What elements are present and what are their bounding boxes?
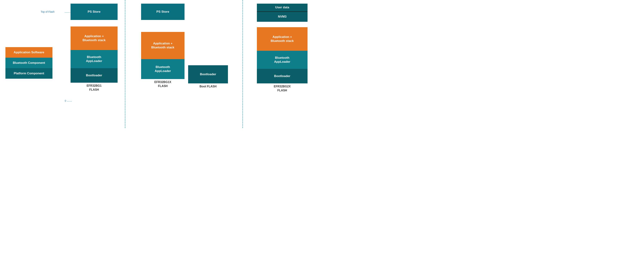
col1-bootloader: Bootloader xyxy=(70,68,118,83)
col2-bootloader: Bootloader xyxy=(188,65,228,83)
zero-label: 0 xyxy=(65,99,66,102)
col2-flash: PS Store Application + Bluetooth stack B… xyxy=(141,4,184,88)
diagram-container: Application Software Bluetooth Component… xyxy=(0,0,322,128)
col3-user-data: User data xyxy=(257,4,308,12)
top-of-flash-label: Top of Flash xyxy=(41,10,54,13)
legend-plat-component: Platform Component xyxy=(6,68,52,79)
col2-ps-store: PS Store xyxy=(141,4,184,20)
col3-nvm3: NVM3 xyxy=(257,12,308,22)
col3-bootloader: Bootloader xyxy=(257,69,308,83)
col1-ps-store: PS Store xyxy=(70,4,118,20)
legend-app-label: Application Software xyxy=(14,50,44,54)
col2-bt-apploader: Bluetooth AppLoader xyxy=(141,59,184,79)
legend-app-software: Application Software xyxy=(6,47,52,58)
col2-app-bt-stack: Application + Bluetooth stack xyxy=(141,32,184,59)
col1-efr32bg1: PS Store Application + Bluetooth stack B… xyxy=(70,4,118,92)
col3-app-bt-stack: Application + Bluetooth stack xyxy=(257,27,308,51)
col3-efr32bg2x: User data NVM3 Application + Bluetooth s… xyxy=(257,4,308,93)
col1-app-bt-stack: Application + Bluetooth stack xyxy=(70,27,118,50)
col3-bt-apploader: Bluetooth AppLoader xyxy=(257,51,308,69)
zero-line xyxy=(67,101,72,101)
col2-flash-label: EFR32BG1X FLASH xyxy=(141,80,184,88)
legend-plat-label: Platform Component xyxy=(14,71,44,75)
col3-label: EFR32BG2X FLASH xyxy=(257,84,308,93)
legend-bt-component: Bluetooth Component xyxy=(6,58,52,68)
col2-boot-label: Boot FLASH xyxy=(188,84,228,88)
col3-user-nvm3-wrapper: User data NVM3 xyxy=(257,4,308,22)
divider-1 xyxy=(125,0,125,128)
legend: Application Software Bluetooth Component… xyxy=(6,47,52,79)
col1-bt-apploader: Bluetooth AppLoader xyxy=(70,50,118,68)
legend-bt-label: Bluetooth Component xyxy=(13,61,45,65)
divider-2 xyxy=(242,0,243,128)
col2-boot: Bootloader Boot FLASH xyxy=(188,65,228,88)
col1-label: EFR32BG1 FLASH xyxy=(70,84,118,92)
